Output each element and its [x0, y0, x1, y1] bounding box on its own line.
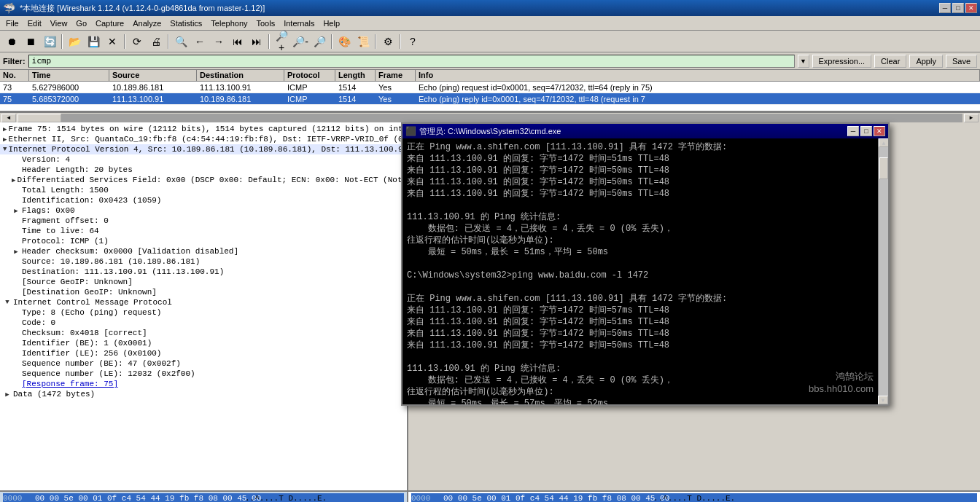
header-frame[interactable]: Frame [376, 70, 416, 81]
header-dest[interactable]: Destination [197, 70, 284, 81]
menu-telephony[interactable]: Telephony [206, 17, 252, 29]
filter-label: Filter: [3, 57, 26, 66]
minimize-button[interactable]: ─ [939, 3, 951, 13]
toolbar-settings[interactable]: ⚙ [379, 33, 397, 50]
toolbar: ⏺ ⏹ 🔄 📂 💾 ✕ ⟳ 🖨 🔍 ← → ⏮ ⏭ 🔎+ 🔎- 🔎 🎨 📜 ⚙ … [0, 31, 980, 52]
toolbar-help[interactable]: ? [404, 33, 421, 50]
detail-line[interactable]: Fragment offset: 0 [0, 216, 407, 226]
toolbar-first[interactable]: ⏮ [229, 33, 246, 50]
scroll-thumb[interactable] [879, 157, 888, 179]
detail-line[interactable]: ▶ Flags: 0x00 [0, 205, 407, 216]
toolbar-print[interactable]: 🖨 [147, 33, 165, 50]
hex-row[interactable]: 0000 00 00 5e 00 01 0f c4 54 44 19 fb f8… [3, 493, 404, 502]
horizontal-scrollbar[interactable]: ◄ ► [0, 112, 980, 122]
menu-capture[interactable]: Capture [91, 17, 128, 29]
menu-view[interactable]: View [46, 17, 72, 29]
detail-line[interactable]: Identifier (LE): 256 (0x0100) [0, 348, 407, 358]
cmd-window: ⬛ 管理员: C:\Windows\System32\cmd.exe ─ □ ✕… [401, 122, 890, 406]
scroll-down-btn[interactable]: ▼ [878, 396, 888, 404]
detail-line[interactable]: Checksum: 0x4018 [correct] [0, 328, 407, 338]
detail-line[interactable]: ▼ Internet Control Message Protocol [0, 297, 407, 307]
header-no[interactable]: No. [0, 70, 29, 81]
detail-line[interactable]: ▼ Internet Protocol Version 4, Src: 10.1… [0, 144, 407, 154]
scroll-track[interactable] [18, 114, 962, 122]
detail-line[interactable]: Protocol: ICMP (1) [0, 236, 407, 246]
title-bar-text: *本地连接 [Wireshark 1.12.4 (v1.12.4-0-gb486… [20, 3, 265, 14]
clear-button[interactable]: Clear [874, 55, 906, 68]
spacer [12, 155, 20, 164]
main-content: ▶ Frame 75: 1514 bytes on wire (12112 bi… [0, 122, 980, 490]
filter-input[interactable] [28, 55, 795, 68]
menu-file[interactable]: File [1, 17, 23, 29]
cmd-maximize-button[interactable]: □ [860, 126, 872, 136]
scroll-right-btn[interactable]: ► [964, 114, 979, 122]
toolbar-zoom-in[interactable]: 🔎+ [273, 33, 290, 50]
hex-row[interactable]: 0000 00 00 5e 00 01 0f c4 54 44 19 fb f8… [411, 493, 977, 502]
detail-line[interactable]: [Response frame: 75] [0, 379, 407, 389]
header-protocol[interactable]: Protocol [284, 70, 335, 81]
toolbar-forward[interactable]: → [210, 33, 228, 50]
expression-button[interactable]: Expression... [812, 55, 872, 68]
toolbar-colorize[interactable]: 🎨 [335, 33, 353, 50]
cmd-minimize-button[interactable]: ─ [847, 126, 859, 136]
header-source[interactable]: Source [109, 70, 197, 81]
detail-line[interactable]: Source: 10.189.86.181 (10.189.86.181) [0, 256, 407, 267]
toolbar-stop-capture[interactable]: ⏹ [22, 33, 39, 50]
table-row[interactable]: 75 5.685372000 111.13.100.91 10.189.86.1… [0, 93, 980, 105]
toolbar-last[interactable]: ⏭ [248, 33, 265, 50]
toolbar-zoom-out[interactable]: 🔎- [292, 33, 309, 50]
header-time[interactable]: Time [29, 70, 109, 81]
scroll-up-btn[interactable]: ▲ [879, 138, 888, 147]
detail-line[interactable]: Identifier (BE): 1 (0x0001) [0, 338, 407, 348]
apply-button[interactable]: Apply [909, 55, 943, 68]
cell-frame: Yes [376, 95, 416, 103]
cmd-close-button[interactable]: ✕ [874, 126, 885, 136]
menu-analyze[interactable]: Analyze [128, 17, 166, 29]
detail-line[interactable]: Sequence number (BE): 47 (0x002f) [0, 358, 407, 369]
detail-line[interactable]: [Destination GeoIP: Unknown] [0, 287, 407, 297]
maximize-button[interactable]: □ [952, 3, 964, 13]
detail-line[interactable]: ▶ Differentiated Services Field: 0x00 (D… [0, 175, 407, 185]
cell-no: 75 [0, 95, 29, 103]
toolbar-open[interactable]: 📂 [66, 33, 83, 50]
menu-edit[interactable]: Edit [23, 17, 46, 29]
menu-statistics[interactable]: Statistics [166, 17, 206, 29]
toolbar-back[interactable]: ← [191, 33, 209, 50]
toolbar-close[interactable]: ✕ [104, 33, 121, 50]
scroll-thumb[interactable] [18, 114, 61, 122]
detail-line[interactable]: ▶ Ethernet II, Src: QuantaCo_19:fb:f8 (c… [0, 134, 407, 144]
detail-line[interactable]: Destination: 111.13.100.91 (111.13.100.9… [0, 267, 407, 277]
detail-line[interactable]: ▶ Header checksum: 0x0000 [Validation di… [0, 246, 407, 256]
filter-dropdown[interactable]: ▼ [798, 55, 809, 68]
cmd-scrollbar[interactable]: ▲ ▼ [878, 138, 888, 404]
toolbar-auto-scroll[interactable]: 📜 [354, 33, 372, 50]
detail-line[interactable]: Code: 0 [0, 318, 407, 328]
header-length[interactable]: Length [335, 70, 376, 81]
detail-line[interactable]: Version: 4 [0, 154, 407, 165]
save-button[interactable]: Save [946, 55, 977, 68]
toolbar-zoom-normal[interactable]: 🔎 [311, 33, 328, 50]
toolbar-save[interactable]: 💾 [85, 33, 102, 50]
detail-line[interactable]: [Source GeoIP: Unknown] [0, 277, 407, 287]
menu-help[interactable]: Help [319, 17, 344, 29]
toolbar-reload[interactable]: ⟳ [128, 33, 146, 50]
detail-line[interactable]: ▶ Data (1472 bytes) [0, 389, 407, 399]
toolbar-restart-capture[interactable]: 🔄 [41, 33, 58, 50]
header-info[interactable]: Info [416, 70, 980, 81]
table-row[interactable]: 73 5.627986000 10.189.86.181 111.13.100.… [0, 82, 980, 93]
menu-tools[interactable]: Tools [252, 17, 280, 29]
detail-line[interactable]: Total Length: 1500 [0, 185, 407, 195]
toolbar-start-capture[interactable]: ⏺ [3, 33, 20, 50]
detail-line[interactable]: Header Length: 20 bytes [0, 165, 407, 175]
scroll-left-btn[interactable]: ◄ [1, 114, 16, 122]
detail-line[interactable]: Sequence number (LE): 12032 (0x2f00) [0, 369, 407, 379]
close-button[interactable]: ✕ [965, 3, 977, 13]
detail-line[interactable]: Type: 8 (Echo (ping) request) [0, 307, 407, 318]
detail-line[interactable]: ▶ Frame 75: 1514 bytes on wire (12112 bi… [0, 124, 407, 134]
menu-go[interactable]: Go [71, 17, 91, 29]
response-frame-link[interactable]: [Response frame: 75] [22, 380, 118, 388]
menu-internals[interactable]: Internals [279, 17, 319, 29]
detail-line[interactable]: Time to live: 64 [0, 226, 407, 236]
toolbar-find[interactable]: 🔍 [172, 33, 190, 50]
detail-line[interactable]: Identification: 0x0423 (1059) [0, 195, 407, 205]
